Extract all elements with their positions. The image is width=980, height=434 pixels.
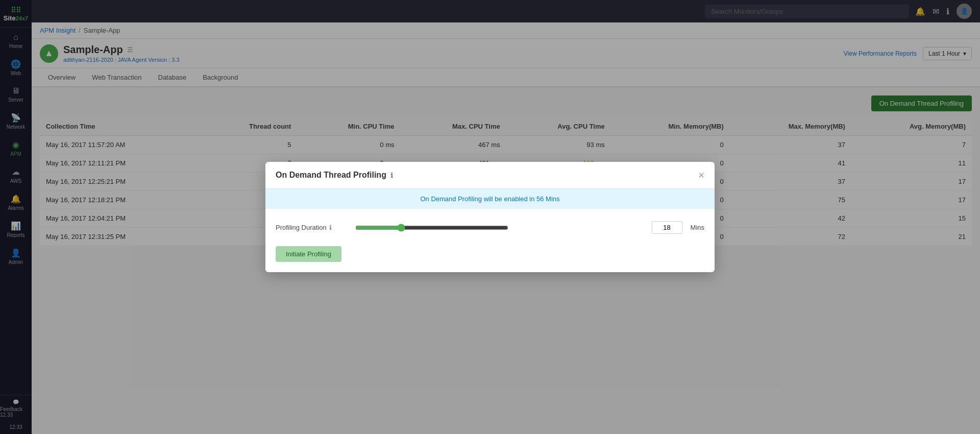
modal-info-icon[interactable]: ℹ	[390, 172, 393, 179]
modal: On Demand Thread Profiling ℹ × On Demand…	[265, 162, 715, 272]
modal-title: On Demand Thread Profiling ℹ	[276, 171, 393, 180]
duration-slider[interactable]	[355, 224, 508, 232]
mins-label: Mins	[691, 224, 704, 231]
modal-body: Profiling Duration ℹ Mins Initiate Profi…	[265, 209, 715, 272]
initiate-profiling-button[interactable]: Initiate Profiling	[276, 246, 341, 262]
duration-info-icon[interactable]: ℹ	[329, 224, 332, 231]
slider-container	[355, 224, 644, 232]
modal-notice: On Demand Profiling will be enabled in 5…	[265, 189, 715, 209]
profiling-label: Profiling Duration ℹ	[276, 224, 347, 231]
modal-header: On Demand Thread Profiling ℹ ×	[265, 162, 715, 189]
modal-overlay[interactable]: On Demand Thread Profiling ℹ × On Demand…	[0, 0, 980, 434]
duration-input[interactable]	[652, 221, 682, 234]
modal-close-button[interactable]: ×	[698, 170, 704, 180]
profiling-duration-row: Profiling Duration ℹ Mins	[276, 221, 704, 234]
